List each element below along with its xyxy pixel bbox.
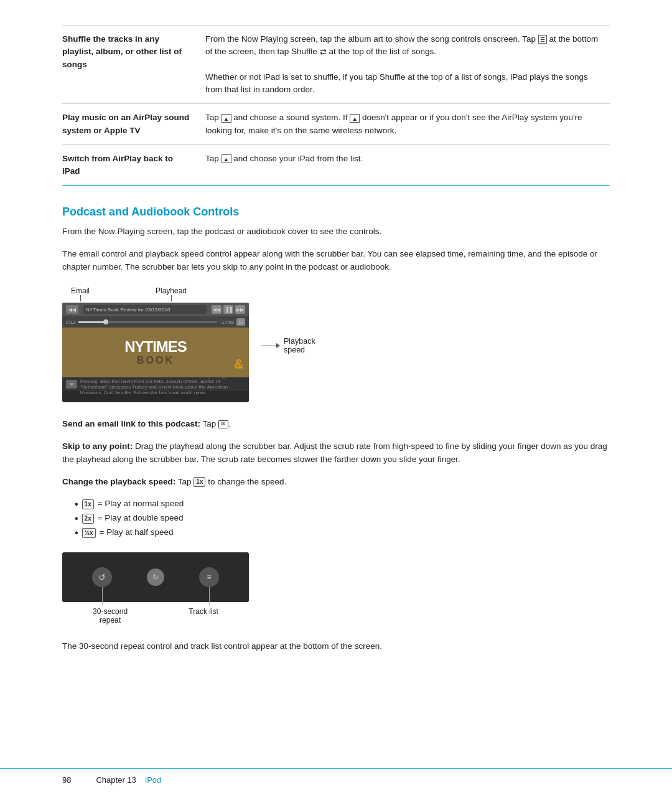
repeat-label-text: 30-second repeat	[93, 607, 128, 625]
final-para: The 30-second repeat control and track l…	[62, 639, 610, 653]
section-intro: From the Now Playing screen, tap the pod…	[62, 225, 610, 238]
skip-to-point-para: Skip to any point: Drag the playhead alo…	[62, 440, 610, 466]
footer-chapter: Chapter 13 iPod	[96, 775, 161, 785]
bottom-diagram-labels: 30-second repeat Track list	[62, 602, 249, 625]
email-label: Email	[71, 286, 90, 295]
repeat-label-item: 30-second repeat	[93, 607, 128, 625]
table-row: Switch from AirPlay back to iPad Tap ▲ a…	[62, 144, 610, 186]
tracklist-btn-group: ≡	[199, 567, 219, 587]
podcast-diagram: ◀◀ NYTimes Book Review for 03/19/2010 ◀◀…	[62, 303, 249, 402]
send-email-label: Send an email link to this podcast:	[62, 419, 200, 428]
diagram-bottom-bar: ✉ This week, Danielle Trussoni discusses…	[62, 377, 249, 391]
send-email-para: Send an email link to this podcast: Tap …	[62, 417, 610, 431]
tracklist-label-item: Track list	[189, 607, 218, 625]
page-footer: 98 Chapter 13 iPod	[0, 768, 672, 785]
title-bar: NYTimes Book Review for 03/19/2010	[83, 305, 207, 314]
tracklist-btn: ≡	[199, 567, 219, 587]
scrubber-thumb: ↻	[147, 569, 164, 586]
skip-instruction: Drag the playhead along the scrubber bar…	[62, 441, 607, 465]
change-speed-para: Change the playback speed: Tap 1x to cha…	[62, 475, 610, 489]
ctrl-btn-2: ▐▐	[223, 305, 233, 314]
change-speed-label: Change the playback speed:	[62, 477, 175, 486]
send-email-instruction: Tap ✉.	[203, 419, 231, 428]
first-diagram-wrapper: Email Playhead ◀◀ NYTimes Book Review fo…	[62, 286, 610, 402]
playback-speed-arrow	[261, 343, 280, 348]
badge-2x: 2x	[82, 514, 94, 524]
bottom-diagram-wrapper: ↺ ↻ ≡	[62, 552, 255, 625]
nyt-main-area: NYTIMES BOOK &	[62, 328, 249, 377]
top-labels: Email Playhead	[62, 286, 255, 303]
table-desc-cell: Tap ▲ and choose your iPad from the list…	[205, 144, 610, 186]
tracklist-label-text: Track list	[189, 607, 218, 616]
diagram-and-right: ◀◀ NYTimes Book Review for 03/19/2010 ◀◀…	[62, 303, 610, 402]
list-item: • 1x = Play at normal speed	[75, 497, 610, 511]
list-item: • 2x = Play at double speed	[75, 511, 610, 526]
features-table: Shuffle the tracks in any playlist, albu…	[62, 25, 610, 186]
center-scrubber-group: ↻	[147, 569, 164, 586]
table-action-text: Shuffle the tracks in any playlist, albu…	[62, 34, 182, 69]
playhead-dot	[103, 319, 108, 324]
change-speed-instruction: Tap 1x to change the speed.	[178, 477, 287, 486]
skip-label: Skip to any point:	[62, 441, 133, 451]
ctrl-btn-1: ◀◀	[212, 305, 222, 314]
email-icon-inline: ✉	[218, 420, 228, 428]
tracklist-label-line	[209, 587, 210, 605]
prev-btn: ◀◀	[66, 305, 78, 314]
badge-half-x: ½x	[82, 528, 96, 538]
badge-1x: 1x	[82, 499, 94, 509]
email-label-group: Email	[71, 286, 90, 301]
table-desc-cell: From the Now Playing screen, tap the alb…	[205, 26, 610, 104]
playhead-label-line	[171, 295, 172, 301]
footer-chapter-name: iPod	[145, 775, 161, 785]
scrubber-area: 0:13 -17:59 1x	[62, 316, 249, 328]
table-row: Play music on an AirPlay sound system or…	[62, 104, 610, 145]
bullet-text-1: = Play at double speed	[98, 511, 184, 526]
shuffle-icon: ⇄	[320, 46, 327, 59]
table-action-cell: Switch from AirPlay back to iPad	[62, 144, 205, 186]
bullet-text-2: = Play at half speed	[100, 526, 174, 540]
table-desc-cell: Tap ▲ and choose a sound system. If ▲ do…	[205, 104, 610, 145]
list-item: • ½x = Play at half speed	[75, 526, 610, 540]
bullet-text-0: = Play at normal speed	[98, 497, 184, 511]
playback-speed-label-group: Playback speed	[261, 303, 315, 354]
bottom-diagram-container: ↺ ↻ ≡	[62, 552, 610, 625]
playback-speed-text: Playback speed	[284, 337, 315, 354]
nyt-amp-icon: &	[234, 356, 244, 372]
section-heading: Podcast and Audiobook Controls	[62, 205, 610, 219]
playhead-label: Playhead	[156, 286, 187, 295]
repeat-btn-group: ↺	[92, 567, 112, 587]
page-content: Shuffle the tracks in any playlist, albu…	[0, 0, 672, 715]
scrubber-progress	[78, 321, 106, 323]
table-action-text: Switch from AirPlay back to iPad	[62, 154, 173, 176]
section-para1: The email control and playback speed con…	[62, 247, 610, 274]
bottom-controls-diagram: ↺ ↻ ≡	[62, 552, 249, 602]
repeat-btn: ↺	[92, 567, 112, 587]
speed-badge-diagram: 1x	[236, 318, 245, 326]
table-action-cell: Play music on an AirPlay sound system or…	[62, 104, 205, 145]
table-action-cell: Shuffle the tracks in any playlist, albu…	[62, 26, 205, 104]
scrubber-bar	[78, 321, 218, 323]
email-label-line	[80, 295, 81, 301]
speed-bullet-list: • 1x = Play at normal speed • 2x = Play …	[75, 497, 610, 540]
table-action-text: Play music on an AirPlay sound system or…	[62, 113, 189, 134]
diagram-top-bar: ◀◀ NYTimes Book Review for 03/19/2010 ◀◀…	[62, 303, 249, 316]
footer-chapter-label: Chapter 13	[96, 775, 136, 785]
playback-controls: ◀◀ ▐▐ ▶▶	[212, 305, 245, 314]
nyt-logo-text: NYTIMES	[124, 339, 187, 354]
playhead-label-group: Playhead	[156, 286, 187, 301]
repeat-label-line	[102, 587, 103, 605]
nyt-book-text: BOOK	[124, 356, 187, 366]
footer-page-number: 98	[62, 775, 71, 785]
table-row: Shuffle the tracks in any playlist, albu…	[62, 26, 610, 104]
speed-badge-1x: 1x	[194, 477, 205, 487]
ctrl-btn-3: ▶▶	[235, 305, 245, 314]
email-btn-diagram: ✉	[66, 380, 77, 389]
